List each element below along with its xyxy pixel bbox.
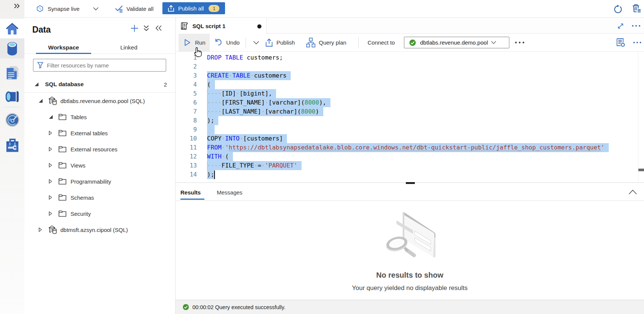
tree-item-schemas[interactable]: Schemas [24, 189, 175, 205]
add-resource-button[interactable] [131, 24, 138, 32]
more-ellipsis-icon [632, 25, 641, 27]
collapsed-twisty-icon[interactable] [49, 147, 52, 151]
tree-item-external-resources[interactable]: External resources [24, 141, 175, 157]
publish-label: Publish [276, 39, 295, 46]
collapsed-twisty-icon[interactable] [49, 130, 52, 135]
query-plan-label: Query plan [319, 39, 346, 46]
sql-pool-icon [48, 96, 57, 105]
line-number: 9 [176, 125, 197, 134]
sidebar-item-data[interactable] [0, 39, 24, 58]
folder-icon [59, 130, 66, 136]
tab-messages[interactable]: Messages [217, 184, 242, 200]
connect-to-label: Connect to [368, 34, 395, 51]
sidebar-item-integrate[interactable] [0, 87, 24, 106]
tree-item-external-tables[interactable]: External tables [24, 125, 175, 141]
toolbar-divider [246, 37, 246, 48]
undo-label: Undo [226, 39, 240, 46]
run-play-icon [184, 39, 191, 46]
validate-all-button[interactable]: Validate all [115, 0, 153, 17]
folder-icon [59, 146, 66, 153]
tab-workspace[interactable]: Workspace [36, 41, 91, 54]
tab-results[interactable]: Results [180, 184, 201, 200]
collapsed-twisty-icon[interactable] [39, 227, 42, 232]
expand-rail-button[interactable] [14, 3, 23, 12]
folder-icon [59, 194, 66, 201]
tree-item-programmability[interactable]: Programmability [24, 173, 175, 189]
run-label: Run [195, 39, 206, 46]
line-number: 11 [176, 143, 197, 152]
tab-sql-script-1[interactable]: SQL script 1 [176, 18, 267, 34]
line-number: 13 [176, 161, 197, 170]
mode-label: Synapse live [48, 6, 80, 12]
discard-all-button[interactable] [632, 4, 641, 13]
indent-guide [207, 89, 207, 116]
publish-upload-icon [265, 38, 273, 47]
overview-cursor-marker [638, 169, 644, 171]
tree-item-dbtlabs-revenue-demo-pool-sql[interactable]: dbtlabs.revenue.demo.pool (SQL) [24, 93, 175, 109]
tree-item-views[interactable]: Views [24, 157, 175, 173]
green-check-icon [409, 39, 416, 46]
collapsed-twisty-icon[interactable] [49, 195, 52, 200]
connection-select[interactable]: dbtlabs.revenue.demo.pool [404, 37, 509, 48]
tab-linked[interactable]: Linked [101, 41, 156, 54]
empty-results-title: No results to show [176, 271, 644, 280]
connection-more-button[interactable] [515, 34, 524, 51]
line-number: 7 [176, 107, 197, 116]
sidebar-item-home[interactable] [0, 19, 24, 38]
code-line-12: 12WITH·( [176, 152, 609, 161]
code-line-4: 4( [176, 80, 609, 89]
mode-selector[interactable]: Synapse live [37, 0, 99, 17]
expand-all-button[interactable] [143, 25, 149, 31]
collapse-panel-button[interactable] [155, 25, 162, 31]
toolbar-more-button[interactable] [633, 34, 641, 51]
tree-item-tables[interactable]: Tables [24, 109, 175, 125]
active-results-tab-underline [180, 199, 204, 200]
run-options-chevron[interactable] [250, 34, 262, 51]
collapsed-twisty-icon[interactable] [49, 163, 52, 167]
more-ellipsis-icon [633, 42, 641, 43]
mouse-hand-cursor [192, 47, 202, 57]
sidebar-item-monitor[interactable] [0, 110, 24, 130]
line-number: 3 [176, 71, 197, 80]
expand-editor-icon [617, 23, 624, 29]
expanded-twisty-icon[interactable] [35, 82, 39, 86]
line-number: 6 [176, 98, 197, 107]
code-line-1: 1DROP TABLE customers; [176, 53, 609, 62]
tree-item-dbtmsft-azsyn-cipool-sql[interactable]: dbtmsft.azsyn.cipool (SQL) [24, 221, 175, 238]
filter-input[interactable]: Filter resources by name [33, 59, 166, 72]
code-line-3: 3CREATE·TABLE·customers [176, 71, 609, 80]
folder-icon [59, 114, 66, 120]
publish-button[interactable]: Publish [265, 34, 295, 51]
undo-button[interactable]: Undo [215, 34, 240, 51]
collapse-results-button[interactable] [629, 190, 637, 194]
tree-item-label: External resources [71, 146, 117, 152]
expanded-twisty-icon[interactable] [39, 99, 43, 103]
publish-all-button[interactable]: Publish all 1 [162, 2, 225, 14]
expand-editor-button[interactable] [617, 23, 624, 29]
tree-root-count: 2 [164, 81, 167, 87]
undo-icon [215, 38, 222, 47]
tree-item-label: External tables [71, 130, 108, 136]
home-icon [5, 22, 19, 36]
expanded-twisty-icon[interactable] [49, 115, 53, 119]
tree-root-sql-database[interactable]: SQL database 2 [24, 76, 175, 92]
indent-guide [207, 161, 207, 170]
top-command-bar: Synapse live Validate all Publish all 1 [24, 0, 644, 18]
chevron-down-icon [93, 7, 99, 10]
code-line-9: 9 [176, 125, 609, 134]
data-explorer-panel: Data Workspace Linked [24, 18, 176, 314]
collapsed-twisty-icon[interactable] [49, 179, 52, 184]
query-plan-button[interactable]: Query plan [306, 34, 346, 51]
panel-title: Data [32, 25, 51, 35]
properties-button[interactable] [616, 34, 626, 51]
sidebar-item-manage[interactable] [0, 136, 24, 155]
refresh-button[interactable] [614, 4, 622, 13]
overview-ruler [638, 52, 638, 182]
code-editor[interactable]: 1DROP TABLE customers;23CREATE·TABLE·cus… [176, 52, 644, 182]
folder-icon [59, 210, 66, 217]
sidebar-item-develop[interactable] [0, 63, 24, 82]
tab-more-button[interactable] [632, 25, 641, 27]
editor-area: SQL script 1 Run [176, 18, 644, 314]
collapsed-twisty-icon[interactable] [49, 211, 52, 216]
tree-item-security[interactable]: Security [24, 205, 175, 221]
